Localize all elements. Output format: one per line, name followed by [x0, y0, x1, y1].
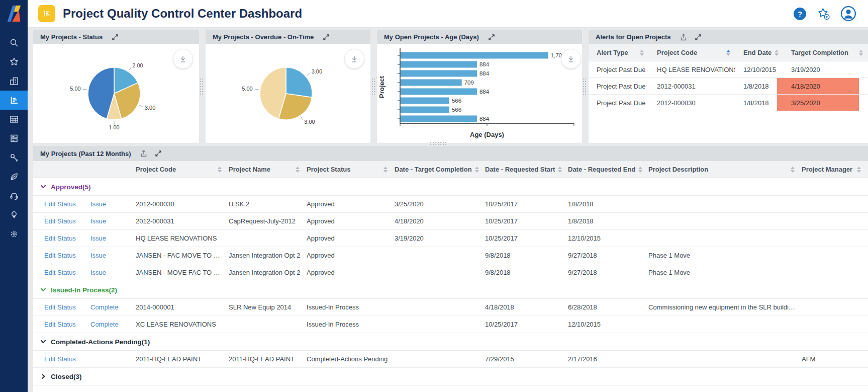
issue-link[interactable]: Issue	[90, 217, 106, 225]
sort-icon[interactable]	[296, 167, 300, 173]
row-resize-handle[interactable]	[430, 141, 447, 145]
sort-icon[interactable]	[726, 50, 730, 56]
sidebar-item-support[interactable]	[0, 186, 28, 205]
download-chart-button[interactable]	[344, 49, 364, 69]
sort-icon[interactable]	[638, 167, 642, 173]
sidebar-item-search[interactable]	[0, 33, 28, 52]
sidebar-item-favorites[interactable]	[0, 52, 28, 71]
sidebar-item-dashboards[interactable]	[0, 91, 28, 110]
project-row[interactable]: Edit StatusCompleteXC LEASE RENOVATIONSI…	[33, 316, 868, 333]
project-row[interactable]: Edit StatusIssueJANSEN - MOVE FAC TO SRL…	[33, 264, 868, 281]
sidebar	[0, 0, 28, 392]
projects-column-header[interactable]: Project Name	[229, 161, 307, 178]
edit-status-link[interactable]: Edit Status	[44, 234, 76, 242]
sidebar-item-organization[interactable]	[0, 71, 28, 91]
issue-link[interactable]: Issue	[90, 252, 106, 259]
alerts-table-body: Project Past DueHQ LEASE RENOVATIONS12/1…	[589, 61, 868, 111]
project-row[interactable]: Edit Status2011-HQ-LEAD PAINT2011-HQ-LEA…	[33, 351, 868, 368]
project-row[interactable]: Edit StatusIssue2012-000031CapRequest-Ju…	[33, 213, 868, 230]
bar[interactable]	[400, 89, 477, 95]
edit-status-link[interactable]: Edit Status	[44, 303, 76, 311]
group-row[interactable]: Closed(3)	[33, 368, 868, 385]
sidebar-item-sustainability[interactable]	[0, 167, 28, 186]
help-icon[interactable]: ?	[794, 8, 806, 20]
sort-icon[interactable]	[218, 167, 222, 173]
bar[interactable]	[400, 52, 548, 59]
project-row[interactable]: Edit StatusIssueHQ LEASE RENOVATIONSAppr…	[33, 230, 868, 247]
edit-status-link[interactable]: Edit Status	[44, 252, 76, 259]
pie-slice-label: 3.00	[312, 68, 322, 74]
edit-status-link[interactable]: Edit Status	[44, 200, 76, 208]
main-area: Project Quality Control Center Dashboard…	[28, 0, 868, 392]
download-chart-button[interactable]	[173, 49, 193, 69]
alerts-column-header[interactable]: Target Completion	[783, 44, 868, 61]
expand-icon[interactable]	[112, 34, 119, 41]
export-icon[interactable]	[680, 33, 687, 41]
sidebar-item-records[interactable]	[0, 129, 28, 148]
bar[interactable]	[400, 80, 462, 86]
complete-link[interactable]: Complete	[90, 303, 119, 311]
sort-icon[interactable]	[475, 167, 479, 173]
group-row[interactable]: Approved(5)	[33, 178, 868, 196]
bar[interactable]	[400, 107, 449, 113]
edit-status-link[interactable]: Edit Status	[44, 269, 76, 276]
panel-title: My Projects - Overdue - On-Time	[213, 33, 314, 41]
pie-slice[interactable]	[286, 67, 312, 97]
group-row[interactable]: Completed-Actions Pending(1)	[33, 333, 868, 351]
panel-resize-handle[interactable]	[583, 78, 587, 96]
project-row[interactable]: Edit StatusComplete2014-000001SLR New Eq…	[33, 299, 868, 316]
panel-resize-handle[interactable]	[200, 78, 204, 96]
export-icon[interactable]	[140, 149, 147, 158]
expand-icon[interactable]	[695, 34, 702, 41]
sort-icon[interactable]	[791, 167, 795, 173]
expand-icon[interactable]	[488, 34, 495, 41]
projects-column-header[interactable]: Project Description	[648, 161, 802, 178]
group-row[interactable]: Issued-In Process(2)	[33, 281, 868, 299]
alerts-column-header[interactable]: End Date	[735, 44, 783, 61]
projects-column-header[interactable]: Date - Target Completion	[395, 161, 485, 178]
favorite-add-icon[interactable]	[817, 8, 830, 20]
projects-column-header[interactable]: Project Code	[136, 161, 229, 178]
issue-link[interactable]: Issue	[90, 200, 106, 208]
expand-icon[interactable]	[155, 150, 162, 157]
sidebar-item-settings[interactable]	[0, 224, 28, 244]
edit-status-link[interactable]: Edit Status	[44, 321, 76, 328]
edit-status-link[interactable]: Edit Status	[44, 355, 76, 363]
bar[interactable]	[400, 98, 449, 104]
sort-icon[interactable]	[558, 167, 562, 173]
bar[interactable]	[400, 61, 477, 68]
alert-row[interactable]: Project Past Due2012-0000311/8/20184/18/…	[589, 78, 868, 95]
projects-column-header[interactable]: Project Manager	[802, 161, 868, 178]
projects-column-header[interactable]: Project Status	[307, 161, 395, 178]
sort-icon[interactable]	[383, 167, 388, 173]
bar[interactable]	[400, 116, 477, 122]
sidebar-item-planning-board[interactable]	[0, 110, 28, 129]
sidebar-item-ideas[interactable]	[0, 205, 28, 224]
edit-status-link[interactable]: Edit Status	[44, 217, 76, 225]
download-chart-button[interactable]	[561, 49, 581, 69]
alerts-column-header[interactable]: Alert Type	[589, 44, 649, 61]
sort-icon[interactable]	[775, 50, 779, 56]
alert-row[interactable]: Project Past Due2012-0000301/8/20183/25/…	[589, 95, 868, 111]
issue-link[interactable]: Issue	[90, 269, 106, 276]
sidebar-item-tools[interactable]	[0, 148, 28, 167]
issue-link[interactable]: Issue	[90, 234, 106, 242]
projects-column-header[interactable]: Date - Requested Start	[485, 161, 568, 178]
cell-project-code: JANSEN - FAC MOVE TO SRL-03	[136, 252, 229, 259]
bar-value-label: 709	[464, 80, 474, 86]
panel-resize-handle[interactable]	[371, 78, 375, 96]
bar-chart-age[interactable]: 1,703884884709884566566884ProjectAge (Da…	[377, 44, 582, 143]
sort-icon[interactable]	[857, 167, 861, 173]
expand-icon[interactable]	[323, 34, 330, 41]
complete-link[interactable]: Complete	[90, 321, 119, 328]
user-avatar[interactable]	[841, 6, 856, 21]
projects-column-header[interactable]: Date - Requested End	[568, 161, 648, 178]
bar[interactable]	[400, 70, 477, 77]
project-row[interactable]: Edit StatusIssue2012-000030U SK 2Approve…	[33, 196, 868, 213]
accruent-logo[interactable]	[0, 0, 28, 27]
sort-icon[interactable]	[640, 50, 644, 56]
project-row[interactable]: Edit StatusIssueJANSEN - FAC MOVE TO SRL…	[33, 247, 868, 264]
alert-row[interactable]: Project Past DueHQ LEASE RENOVATIONS12/1…	[589, 61, 868, 78]
sort-icon[interactable]	[859, 50, 863, 56]
alerts-column-header[interactable]: Project Code	[649, 44, 735, 61]
